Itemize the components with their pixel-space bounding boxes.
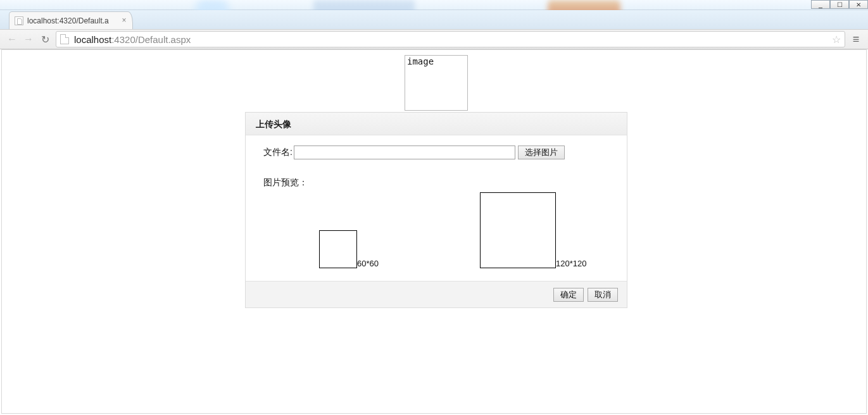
dialog-title: 上传头像: [246, 113, 627, 135]
preview-60-caption: 60*60: [357, 259, 379, 268]
preview-label: 图片预览：: [263, 177, 609, 189]
preview-120-caption: 120*120: [556, 259, 586, 268]
preview-60-box: [319, 230, 357, 268]
browser-menu-button[interactable]: ≡: [848, 32, 864, 47]
filename-row: 文件名: 选择图片: [263, 146, 609, 159]
page-favicon-icon: [15, 16, 23, 25]
window-close-button[interactable]: ✕: [849, 0, 868, 9]
page-icon: [60, 34, 69, 44]
ok-button[interactable]: 确定: [553, 288, 584, 302]
filename-label: 文件名:: [263, 147, 292, 158]
page-viewport: image 上传头像 文件名: 选择图片 图片预览： 60*60 120*120: [1, 49, 867, 414]
window-maximize-button[interactable]: ☐: [830, 0, 849, 9]
window-titlebar: ⎯ ☐ ✕: [0, 0, 868, 10]
back-button[interactable]: ←: [4, 32, 20, 47]
cancel-button[interactable]: 取消: [588, 288, 618, 302]
url-host: localhost: [74, 34, 111, 45]
preview-120: 120*120: [379, 192, 586, 268]
filename-input[interactable]: [294, 146, 515, 159]
window-minimize-button[interactable]: ⎯: [811, 0, 830, 9]
window-controls: ⎯ ☐ ✕: [811, 0, 868, 9]
browser-tab-strip: localhost:4320/Default.a ×: [0, 10, 868, 29]
browser-tab[interactable]: localhost:4320/Default.a ×: [9, 11, 133, 29]
choose-image-button[interactable]: 选择图片: [518, 146, 565, 159]
reload-button[interactable]: ↻: [37, 32, 53, 47]
preview-area: 60*60 120*120: [263, 192, 609, 268]
dialog-footer: 确定 取消: [246, 281, 627, 307]
tab-title: localhost:4320/Default.a: [27, 16, 120, 25]
url-path: :4320/Default.aspx: [111, 34, 191, 45]
browser-toolbar: ← → ↻ localhost :4320/Default.aspx ☆ ≡: [0, 29, 868, 49]
bookmark-star-icon[interactable]: ☆: [832, 34, 841, 46]
upload-avatar-dialog: 上传头像 文件名: 选择图片 图片预览： 60*60 120*120 确定: [245, 112, 627, 308]
address-bar[interactable]: localhost :4320/Default.aspx ☆: [56, 31, 845, 47]
preview-60: 60*60: [263, 230, 379, 268]
dialog-body: 文件名: 选择图片 图片预览： 60*60 120*120: [246, 135, 627, 281]
image-placeholder: image: [405, 55, 468, 111]
forward-button[interactable]: →: [20, 32, 37, 47]
preview-120-box: [480, 192, 556, 268]
tab-close-button[interactable]: ×: [120, 16, 129, 25]
